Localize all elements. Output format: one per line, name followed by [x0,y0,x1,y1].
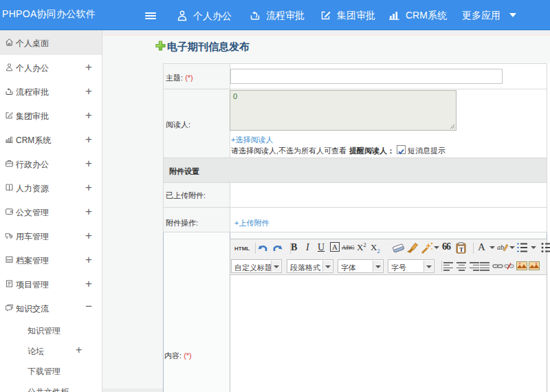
svg-text:T: T [459,246,463,253]
svg-text:ab: ab [497,243,504,251]
